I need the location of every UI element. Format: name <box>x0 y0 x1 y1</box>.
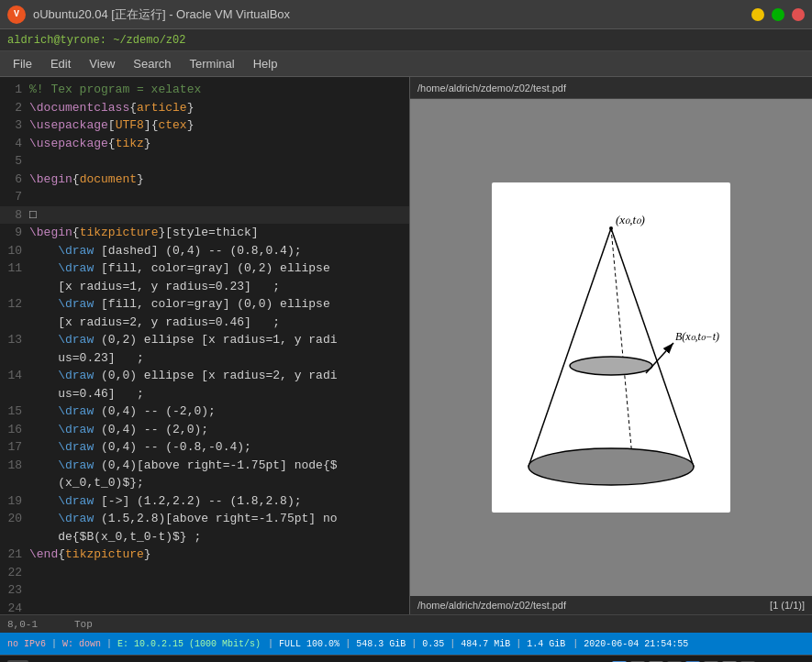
menu-edit[interactable]: Edit <box>41 53 80 74</box>
line-number: 16 <box>0 421 29 439</box>
status-separator2: | <box>106 639 112 649</box>
pdf-footer-path: /home/aldrich/zdemo/z02/test.pdf <box>417 600 566 611</box>
line-content: □ <box>29 206 37 225</box>
line-number: 14 <box>0 367 29 385</box>
status-mode: FULL 100.0% <box>279 639 339 649</box>
menu-search[interactable]: Search <box>124 53 180 74</box>
menubar: File Edit View Search Terminal Help <box>0 51 812 77</box>
svg-text:(x₀,t₀): (x₀,t₀) <box>616 213 645 226</box>
line-content: \draw (0,4) -- (2,0); <box>29 421 208 439</box>
svg-point-5 <box>570 357 652 375</box>
menu-view[interactable]: View <box>80 53 124 74</box>
addressbar: aldrich@tyrone: ~/zdemo/z02 <box>0 29 812 51</box>
line-number <box>0 278 29 296</box>
code-line-5: 5 <box>0 152 409 171</box>
code-line-11: 11 \draw [fill, color=gray] (0,2) ellips… <box>0 259 409 278</box>
pdf-panel: /home/aldrich/zdemo/z02/test.pdf <box>410 77 812 614</box>
line-content: (x_0,t_0)$}; <box>29 474 144 492</box>
editor-status-bar: 8,0-1 Top <box>0 614 410 633</box>
code-line-3: 3 \usepackage[UTF8]{ctex} <box>0 116 409 135</box>
code-line-8: 8 □ <box>0 206 409 225</box>
code-line-16: 16 \draw (0,4) -- (2,0); <box>0 421 409 439</box>
line-content: \begin{tikzpicture}[style=thick] <box>29 224 259 242</box>
status-ip: E: 10.0.2.15 (1000 Mbit/s) <box>117 639 261 649</box>
code-line-11b: [x radius=1, y radius=0.23] ; <box>0 278 409 296</box>
line-number: 8 <box>0 206 29 225</box>
pdf-page-indicator: [1 (1/1)] <box>770 600 805 611</box>
line-content: \usepackage{tikz} <box>29 135 151 153</box>
line-number: 13 <box>0 331 29 349</box>
line-content: us=0.23] ; <box>29 349 144 368</box>
status-separator4: | <box>345 639 350 649</box>
code-line-20b: de{$B(x_0,t_0-t)$} ; <box>0 528 409 546</box>
editor-scroll: Top <box>74 619 93 630</box>
line-content: %! Tex program = xelatex <box>29 81 201 99</box>
code-line-13b: us=0.23] ; <box>0 349 409 368</box>
pdf-footer-bar: /home/aldrich/zdemo/z02/test.pdf [1 (1/1… <box>410 596 812 614</box>
line-content: de{$B(x_0,t_0-t)$} ; <box>29 528 201 546</box>
status-separator3: | <box>268 639 273 649</box>
line-content: \draw (0,4) -- (-0.8,-0.4); <box>29 438 251 457</box>
status-datetime: 2020-06-04 21:54:55 <box>584 639 688 649</box>
code-line-4: 4 \usepackage{tikz} <box>0 135 409 153</box>
code-line-24: 24 <box>0 600 409 615</box>
line-content: \draw [dashed] (0,4) -- (0.8,0.4); <box>29 242 301 260</box>
menu-file[interactable]: File <box>4 53 41 74</box>
code-line-6: 6 \begin{document} <box>0 171 409 189</box>
minimize-button[interactable] <box>751 8 764 21</box>
code-editor[interactable]: 1 %! Tex program = xelatex 2 \documentcl… <box>0 77 409 614</box>
line-number <box>0 528 29 546</box>
line-content: \draw (0,0) ellipse [x radius=2, y radi <box>29 367 338 385</box>
line-content: \end{tikzpicture} <box>29 546 151 564</box>
code-line-12b: [x radius=2, y radius=0.46] ; <box>0 314 409 332</box>
line-number <box>0 314 29 332</box>
line-number: 15 <box>0 403 29 421</box>
code-line-19: 19 \draw [->] (1.2,2.2) -- (1.8,2.8); <box>0 492 409 511</box>
close-button[interactable] <box>792 8 805 21</box>
line-content: \draw [fill, color=gray] (0,0) ellipse <box>29 295 330 314</box>
line-content: us=0.46] ; <box>29 385 144 403</box>
code-line-18b: (x_0,t_0)$}; <box>0 474 409 492</box>
status-separator1: | <box>51 639 57 649</box>
line-number: 17 <box>0 438 29 457</box>
status-load: 0.35 <box>422 639 444 649</box>
pdf-header-bar: /home/aldrich/zdemo/z02/test.pdf <box>410 77 812 99</box>
editor-panel[interactable]: 1 %! Tex program = xelatex 2 \documentcl… <box>0 77 410 614</box>
addressbar-text: aldrich@tyrone: ~/zdemo/z02 <box>7 34 185 47</box>
line-content: \draw (1.5,2.8)[above right=-1.75pt] no <box>29 510 338 528</box>
line-number <box>0 385 29 403</box>
line-number: 12 <box>0 295 29 314</box>
code-line-20: 20 \draw (1.5,2.8)[above right=-1.75pt] … <box>0 510 409 528</box>
window-title: oUbuntu20.04 [正在运行] - Oracle VM VirtualB… <box>33 6 751 23</box>
code-line-22: 22 <box>0 564 409 582</box>
editor-position: 8,0-1 <box>7 619 38 630</box>
line-number <box>0 349 29 368</box>
line-number: 20 <box>0 510 29 528</box>
status-mem: 484.7 MiB <box>461 639 510 649</box>
line-number: 18 <box>0 457 29 475</box>
status-separator6: | <box>450 639 455 649</box>
pdf-content: (x₀,t₀) B(x₀,t₀−t) <box>410 99 812 596</box>
line-content: \usepackage[UTF8]{ctex} <box>29 116 195 135</box>
menu-help[interactable]: Help <box>244 53 287 74</box>
status-separator8: | <box>573 639 578 649</box>
line-number: 10 <box>0 242 29 260</box>
main-content: 1 %! Tex program = xelatex 2 \documentcl… <box>0 77 812 614</box>
menu-terminal[interactable]: Terminal <box>181 53 244 74</box>
code-line-23: 23 <box>0 581 409 600</box>
svg-point-6 <box>609 226 613 230</box>
code-line-9: 9 \begin{tikzpicture}[style=thick] <box>0 224 409 242</box>
window-controls <box>751 8 805 21</box>
line-content: \draw (0,2) ellipse [x radius=1, y radi <box>29 331 338 349</box>
maximize-button[interactable] <box>772 8 784 21</box>
code-line-10: 10 \draw [dashed] (0,4) -- (0.8,0.4); <box>0 242 409 260</box>
line-content: [x radius=1, y radius=0.23] ; <box>29 278 280 296</box>
line-number: 1 <box>0 81 29 99</box>
code-line-17: 17 \draw (0,4) -- (-0.8,-0.4); <box>0 438 409 457</box>
status-network: W: down <box>62 639 101 649</box>
status-separator7: | <box>516 639 521 649</box>
code-line-14: 14 \draw (0,0) ellipse [x radius=2, y ra… <box>0 367 409 385</box>
status-separator5: | <box>411 639 417 649</box>
code-line-1: 1 %! Tex program = xelatex <box>0 81 409 99</box>
pdf-status-bar <box>410 614 812 633</box>
